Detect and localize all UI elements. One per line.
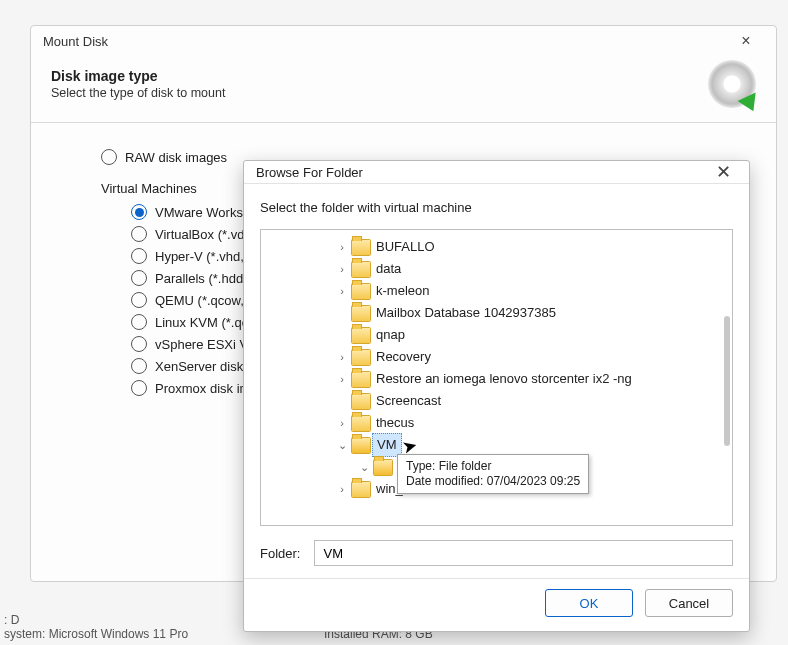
tree-row[interactable]: ›BUFALLO: [265, 236, 730, 258]
chevron-right-icon[interactable]: ›: [335, 280, 349, 302]
mount-title: Mount Disk: [43, 34, 108, 49]
radio-vm-label: VirtualBox (*.vdi): [155, 227, 252, 242]
mount-heading: Disk image type: [51, 68, 708, 84]
folder-icon: [351, 305, 371, 322]
chevron-right-icon[interactable]: ›: [335, 258, 349, 280]
drive-letter: : D: [4, 613, 188, 627]
close-icon[interactable]: ✕: [703, 161, 743, 183]
folder-icon: [351, 349, 371, 366]
tree-label: Recovery: [376, 346, 431, 368]
folder-icon: [351, 437, 371, 454]
tree-row[interactable]: ›Screencast: [265, 390, 730, 412]
tree-row[interactable]: ⌄VM: [265, 434, 730, 456]
tree-row[interactable]: ›qnap: [265, 324, 730, 346]
tooltip-date: Date modified: 07/04/2023 09:25: [406, 474, 580, 489]
radio-raw-label: RAW disk images: [125, 150, 227, 165]
tree-row[interactable]: ›Mailbox Database 1042937385: [265, 302, 730, 324]
tree-label: k-meleon: [376, 280, 429, 302]
chevron-right-icon[interactable]: ›: [335, 412, 349, 434]
browse-instruction: Select the folder with virtual machine: [260, 200, 733, 215]
folder-icon: [351, 239, 371, 256]
cancel-button[interactable]: Cancel: [645, 589, 733, 617]
tooltip: Type: File folder Date modified: 07/04/2…: [397, 454, 589, 494]
os-line: system: Microsoft Windows 11 Pro: [4, 627, 188, 641]
folder-icon: [351, 261, 371, 278]
folder-icon: [351, 283, 371, 300]
tree-label: thecus: [376, 412, 414, 434]
tree-row[interactable]: ›Restore an iomega lenovo storcenter ix2…: [265, 368, 730, 390]
browse-folder-dialog: Browse For Folder ✕ Select the folder wi…: [243, 160, 750, 632]
mount-titlebar: Mount Disk ×: [31, 26, 776, 56]
folder-icon: [351, 327, 371, 344]
chevron-right-icon[interactable]: ›: [335, 346, 349, 368]
chevron-right-icon[interactable]: ›: [335, 478, 349, 500]
folder-icon: [351, 415, 371, 432]
chevron-down-icon[interactable]: ⌄: [335, 434, 349, 456]
folder-icon: [351, 393, 371, 410]
folder-icon: [373, 459, 393, 476]
folder-icon: [351, 371, 371, 388]
tree-row[interactable]: ›data: [265, 258, 730, 280]
tree-row[interactable]: ›k-meleon: [265, 280, 730, 302]
folder-label: Folder:: [260, 546, 300, 561]
scrollbar[interactable]: [722, 236, 730, 519]
ok-button[interactable]: OK: [545, 589, 633, 617]
mount-subheading: Select the type of disk to mount: [51, 86, 708, 100]
tree-label: qnap: [376, 324, 405, 346]
tree-label: Mailbox Database 1042937385: [376, 302, 556, 324]
tree-label: BUFALLO: [376, 236, 435, 258]
tooltip-type: Type: File folder: [406, 459, 580, 474]
browse-titlebar: Browse For Folder ✕: [244, 161, 749, 184]
tree-label: Restore an iomega lenovo storcenter ix2 …: [376, 368, 632, 390]
folder-tree[interactable]: ›BUFALLO›data›k-meleon›Mailbox Database …: [260, 229, 733, 526]
folder-icon: [351, 481, 371, 498]
tree-label: Screencast: [376, 390, 441, 412]
mount-header: Disk image type Select the type of disk …: [31, 56, 776, 123]
chevron-down-icon[interactable]: ⌄: [357, 456, 371, 478]
tree-row[interactable]: ›Recovery: [265, 346, 730, 368]
chevron-right-icon[interactable]: ›: [335, 368, 349, 390]
browse-title: Browse For Folder: [256, 165, 363, 180]
close-icon[interactable]: ×: [726, 32, 766, 50]
disc-icon: [708, 60, 756, 108]
chevron-right-icon[interactable]: ›: [335, 236, 349, 258]
tree-row[interactable]: ›thecus: [265, 412, 730, 434]
tree-label: data: [376, 258, 401, 280]
folder-input[interactable]: [314, 540, 733, 566]
